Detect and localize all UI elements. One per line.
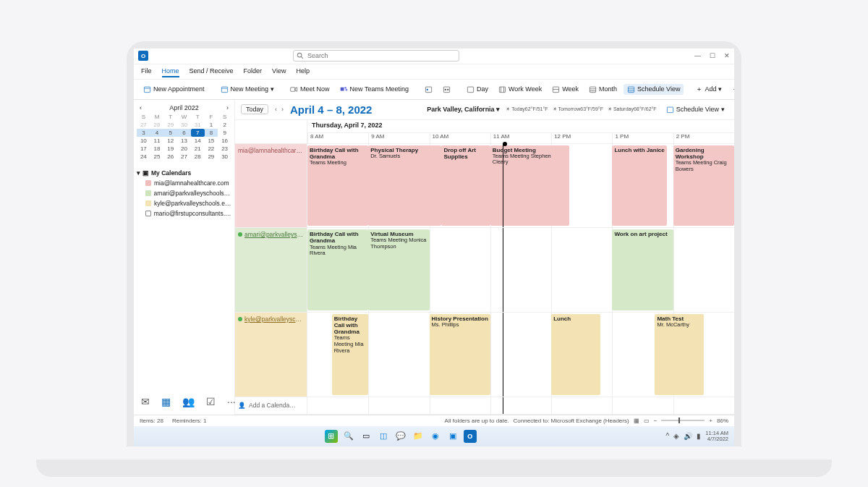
minical-day[interactable]: 3 (137, 129, 150, 137)
display-settings-icon[interactable]: ▦ (634, 418, 639, 424)
explorer-icon[interactable]: 📁 (412, 430, 425, 443)
minical-day[interactable]: 18 (150, 145, 164, 153)
row-owner[interactable]: kyle@parkvalleyschools.edu (235, 313, 307, 397)
outlook-taskbar-icon[interactable]: O (464, 430, 477, 443)
people-icon[interactable]: 👥 (182, 396, 195, 407)
minical-day[interactable]: 7 (191, 129, 205, 137)
minical-day[interactable]: 26 (163, 153, 177, 161)
calendar-event[interactable]: Gardening WorkshopTeams Meeting Craig Bo… (673, 145, 734, 226)
minical-day[interactable]: 13 (177, 137, 191, 145)
my-calendars-header[interactable]: ▾▣My Calendars (137, 168, 231, 178)
tasks-icon[interactable]: ☑ (206, 396, 216, 407)
edge-icon[interactable]: ◉ (429, 430, 442, 443)
minical-day[interactable]: 30 (177, 121, 191, 129)
minical-day[interactable]: 28 (191, 153, 205, 161)
new-teams-meeting-button[interactable]: New Teams Meeting (336, 84, 412, 95)
calendar-event[interactable]: History PresentationMs. Phillips (430, 314, 490, 395)
minical-day[interactable]: 25 (150, 153, 164, 161)
menu-view[interactable]: View (272, 66, 286, 77)
menu-folder[interactable]: Folder (244, 66, 263, 77)
calendar-event[interactable]: Physical TherapyDr. Samuels (368, 145, 441, 226)
minical-day[interactable]: 14 (191, 137, 205, 145)
minical-day[interactable]: 27 (137, 121, 150, 129)
minical-day[interactable]: 6 (177, 129, 191, 137)
search-taskbar-icon[interactable]: 🔍 (342, 430, 355, 443)
new-meeting-button[interactable]: New Meeting▾ (217, 84, 278, 95)
calendar-event[interactable]: Birthday Call with GrandmaTeams Meeting … (307, 229, 368, 310)
minical-day[interactable]: 4 (150, 129, 164, 137)
minical-day[interactable]: 1 (205, 121, 218, 129)
work-week-button[interactable]: Work Week (495, 84, 545, 95)
meet-now-button[interactable]: Meet Now (286, 84, 333, 95)
minical-day[interactable]: 19 (163, 145, 177, 153)
month-button[interactable]: Month (585, 84, 621, 95)
minical-day[interactable]: 24 (137, 153, 150, 161)
tray-chevron-icon[interactable]: ^ (666, 432, 670, 440)
minical-day[interactable]: 2 (218, 121, 231, 129)
zoom-slider[interactable] (661, 420, 705, 421)
next-month-button[interactable]: › (226, 104, 229, 111)
menu-home[interactable]: Home (162, 66, 179, 77)
calendar-event[interactable]: Math TestMr. McCarthy (655, 314, 703, 395)
close-button[interactable]: ✕ (724, 52, 730, 59)
share-button[interactable]: Share▾ (728, 84, 734, 95)
widgets-icon[interactable]: ◫ (377, 430, 390, 443)
calendar-icon[interactable]: ▦ (161, 396, 171, 407)
calendar-item[interactable]: mia@lamnahealthcare.com (137, 178, 231, 188)
minimize-button[interactable]: — (694, 52, 701, 59)
mini-calendar[interactable]: SMTWTFS272829303112345678910111213141516… (137, 113, 231, 161)
row-owner[interactable]: mia@lamnahealthcare.com (235, 144, 307, 228)
zoom-in-button[interactable]: + (709, 418, 712, 424)
new-appointment-button[interactable]: New Appointment (140, 84, 208, 95)
calendar-event[interactable]: Drop off Art Supplies (441, 145, 490, 226)
minical-day[interactable]: 23 (218, 145, 231, 153)
reading-pane-icon[interactable]: ▭ (644, 418, 650, 424)
calendar-item[interactable]: mario@firstupconsultants.com (137, 208, 231, 219)
minical-day[interactable]: 15 (205, 137, 218, 145)
add-button[interactable]: ＋Add▾ (692, 83, 726, 96)
minical-day[interactable]: 21 (191, 145, 205, 153)
minical-day[interactable]: 31 (191, 121, 205, 129)
row-owner[interactable]: amari@parkvalleyschools.edu (235, 228, 307, 312)
minical-day[interactable]: 28 (150, 121, 164, 129)
day-view-button[interactable]: Day (463, 84, 492, 95)
minical-day[interactable]: 20 (177, 145, 191, 153)
mail-icon[interactable]: ✉ (141, 396, 150, 407)
minical-day[interactable]: 16 (218, 137, 231, 145)
start-button[interactable]: ⊞ (325, 430, 338, 443)
calendar-item[interactable]: kyle@parkvalleyschools.edu (137, 198, 231, 208)
schedule-lane[interactable]: Birthday Call with GrandmaTeams MeetingP… (307, 144, 734, 228)
add-calendar-button[interactable]: 👤Add a Calenda… (235, 397, 307, 414)
schedule-lane[interactable]: Birthday Call with GrandmaTeams Meeting … (307, 228, 734, 312)
more-icon[interactable]: ··· (227, 396, 236, 407)
minical-day[interactable]: 22 (205, 145, 218, 153)
minical-day[interactable]: 8 (205, 129, 218, 137)
minical-day[interactable]: 9 (218, 129, 231, 137)
calendar-event[interactable]: Work on art project (612, 229, 673, 310)
schedule-view-button[interactable]: Schedule View (624, 84, 684, 95)
volume-icon[interactable]: 🔊 (684, 432, 692, 440)
menu-help[interactable]: Help (296, 66, 310, 77)
next-button[interactable]: › (279, 106, 286, 113)
battery-icon[interactable]: ▮ (697, 432, 701, 440)
minical-day[interactable]: 12 (163, 137, 177, 145)
task-view-icon[interactable]: ▭ (359, 430, 373, 443)
minical-day[interactable]: 10 (137, 137, 150, 145)
calendar-event[interactable]: Lunch with Janice (612, 145, 667, 226)
wifi-icon[interactable]: ◈ (673, 432, 679, 440)
calendar-event[interactable]: Virtual MuseumTeams Meeting Monica Thomp… (368, 229, 429, 310)
minical-day[interactable]: 27 (177, 153, 191, 161)
calendar-event[interactable]: Lunch (551, 314, 600, 395)
today-view-button[interactable] (421, 84, 436, 95)
search-input[interactable]: Search (293, 50, 459, 62)
menu-send---receive[interactable]: Send / Receive (190, 66, 234, 77)
minical-day[interactable]: 30 (218, 153, 231, 161)
prev-month-button[interactable]: ‹ (140, 104, 142, 111)
calendar-item[interactable]: amari@parkvalleyschools.edu (137, 188, 231, 198)
zoom-out-button[interactable]: − (654, 418, 658, 424)
minical-day[interactable]: 5 (163, 129, 177, 137)
menu-file[interactable]: File (141, 66, 152, 77)
minical-day[interactable]: 11 (150, 137, 164, 145)
prev-button[interactable]: ‹ (273, 106, 279, 113)
schedule-view-dropdown[interactable]: Schedule View ▾ (663, 104, 728, 115)
